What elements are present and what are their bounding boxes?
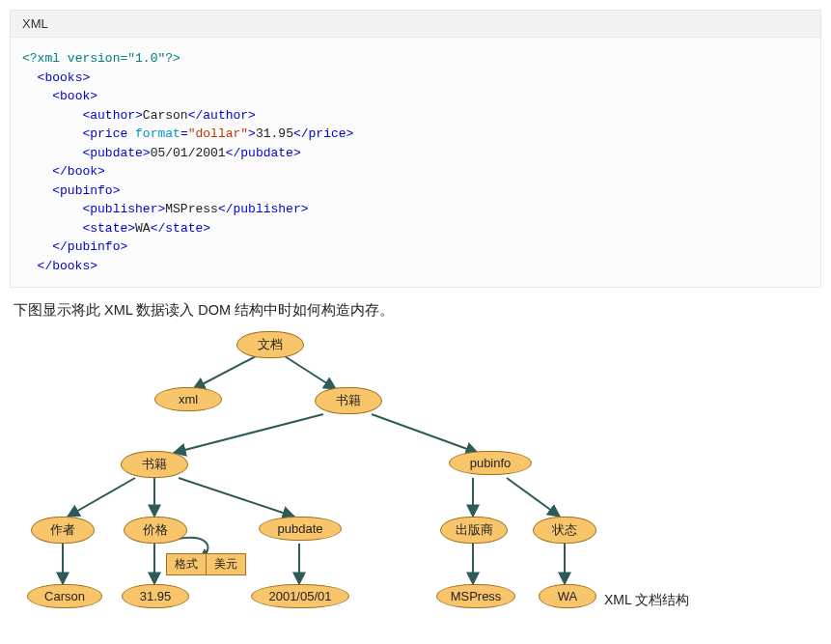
svg-line-8 bbox=[507, 478, 560, 517]
diagram-edges bbox=[10, 327, 743, 617]
node-books: 书籍 bbox=[315, 387, 382, 414]
node-document: 文档 bbox=[236, 331, 304, 358]
attr-key: 格式 bbox=[166, 553, 207, 575]
dom-diagram: 文档 xml 书籍 书籍 pubinfo 作者 价格 pubdate 出版商 状… bbox=[10, 327, 743, 617]
code-body: <?xml version="1.0"?> <books> <book> <au… bbox=[11, 38, 820, 287]
node-publisher: 出版商 bbox=[440, 517, 508, 544]
leaf-pdate: 2001/05/01 bbox=[251, 584, 349, 608]
leaf-carson: Carson bbox=[27, 584, 102, 608]
leaf-3195: 31.95 bbox=[122, 584, 189, 608]
svg-line-2 bbox=[174, 414, 323, 453]
svg-line-6 bbox=[179, 478, 294, 517]
diagram-label: XML 文档结构 bbox=[604, 592, 689, 609]
node-author: 作者 bbox=[31, 517, 95, 544]
node-state: 状态 bbox=[533, 517, 596, 544]
xml-code-block: XML <?xml version="1.0"?> <books> <book>… bbox=[10, 10, 821, 288]
svg-line-0 bbox=[193, 356, 256, 389]
svg-line-3 bbox=[372, 414, 478, 453]
code-header: XML bbox=[11, 11, 820, 38]
node-price-attr: 格式 美元 bbox=[166, 553, 246, 575]
svg-line-1 bbox=[285, 356, 336, 389]
diagram-caption: 下图显示将此 XML 数据读入 DOM 结构中时如何构造内存。 bbox=[14, 301, 821, 320]
node-book: 书籍 bbox=[121, 451, 188, 478]
node-price: 价格 bbox=[124, 517, 187, 544]
svg-line-4 bbox=[68, 478, 135, 517]
node-pubdate: pubdate bbox=[259, 517, 342, 541]
leaf-wa: WA bbox=[539, 584, 596, 608]
attr-value: 美元 bbox=[207, 553, 246, 575]
node-xml: xml bbox=[154, 387, 222, 411]
leaf-mspress: MSPress bbox=[436, 584, 515, 608]
node-pubinfo: pubinfo bbox=[449, 451, 532, 475]
